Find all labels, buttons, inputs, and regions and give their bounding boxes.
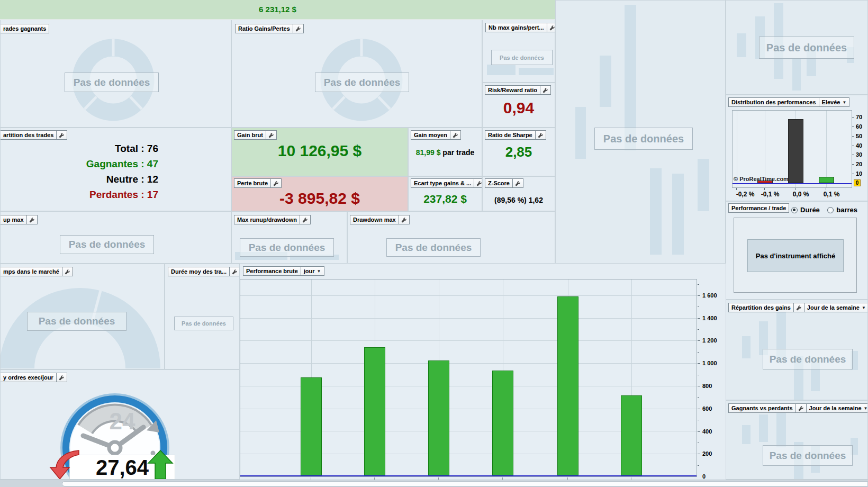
y-tick-label: 50 bbox=[856, 133, 862, 139]
wrench-icon[interactable] bbox=[26, 215, 37, 224]
wrench-icon[interactable] bbox=[399, 215, 409, 224]
wrench-icon[interactable] bbox=[535, 131, 546, 139]
panel-performance-brute: Performance brute jour ▼ 02004006008001 … bbox=[240, 264, 726, 480]
y-tick-label: 1 000 bbox=[702, 360, 717, 366]
wrench-icon[interactable] bbox=[270, 179, 281, 187]
y-tick-label: 400 bbox=[702, 428, 712, 435]
panel-title: Drawdown max bbox=[350, 215, 399, 224]
wrench-icon[interactable] bbox=[62, 267, 73, 276]
x-tick bbox=[764, 188, 765, 190]
wrench-icon[interactable] bbox=[795, 404, 806, 412]
placeholder-bar bbox=[742, 425, 751, 444]
wrench-icon[interactable] bbox=[56, 131, 67, 139]
panel-performance-trade: Performance / trade Durée barres Pas d'i… bbox=[726, 201, 868, 300]
panel-ecart-type: Ecart type gains & ... 237,82 $ bbox=[408, 176, 482, 211]
z-score-value: (89,56 %) 1,62 bbox=[483, 196, 555, 204]
radio-barres-icon[interactable] bbox=[827, 207, 834, 213]
wrench-icon[interactable] bbox=[229, 267, 240, 276]
placeholder-bar bbox=[742, 336, 751, 358]
wrench-icon[interactable] bbox=[547, 23, 555, 32]
no-instrument-label: Pas d'instrument affiché bbox=[756, 252, 835, 260]
y-tick bbox=[698, 465, 699, 466]
panel-title: Distribution des performances bbox=[729, 98, 819, 106]
perte-brute-value: -3 895,82 $ bbox=[232, 190, 408, 208]
y-tick bbox=[698, 420, 699, 420]
panel-title: Performance / trade bbox=[729, 204, 789, 212]
gain-brut-value: 10 126,95 $ bbox=[232, 142, 408, 160]
panel-title: Nb max gains/pert... bbox=[486, 23, 547, 32]
y-tick bbox=[698, 431, 700, 432]
trades-neutre: Neutre : 12 bbox=[1, 172, 231, 187]
wrench-icon[interactable] bbox=[474, 179, 482, 187]
perf-bar bbox=[364, 347, 385, 475]
y-tick-label: 20 bbox=[856, 161, 862, 167]
y-tick bbox=[698, 409, 700, 409]
radio-duree[interactable]: Durée bbox=[791, 205, 822, 214]
panel-title: Performance brute bbox=[243, 267, 301, 275]
gridline bbox=[826, 111, 827, 187]
performance-brute-plot bbox=[240, 279, 697, 477]
y-tick-label: 60 bbox=[856, 123, 862, 130]
panel-title: rades gagnants bbox=[1, 24, 49, 33]
horizontal-scrollbar[interactable] bbox=[0, 480, 868, 487]
y-tick bbox=[698, 329, 699, 330]
trades-gagnantes: Gagnantes : 47 bbox=[1, 156, 231, 172]
wrench-icon[interactable] bbox=[300, 215, 310, 224]
repartition-gains-filter-dropdown[interactable]: Jour de la semaine ▼ bbox=[804, 303, 868, 312]
x-tick bbox=[826, 188, 826, 190]
panel-ordres-jour: y ordres exec/jour 24 27,64 bbox=[0, 369, 240, 480]
wrench-icon[interactable] bbox=[450, 131, 460, 139]
x-tick bbox=[736, 188, 737, 190]
no-data-label: Pas de données bbox=[386, 238, 481, 257]
panel-gain-moyen: Gain moyen 81,99 $ par trade bbox=[408, 128, 482, 176]
wrench-icon[interactable] bbox=[540, 86, 550, 94]
gagnants-perdants-filter-dropdown[interactable]: Jour de la semaine ▼ bbox=[806, 404, 868, 412]
scrollbar-thumb[interactable] bbox=[62, 481, 868, 486]
trading-dashboard: 6 231,12 $ rades gagnants Pas de données… bbox=[0, 0, 868, 487]
gridline bbox=[240, 318, 697, 319]
zero-label: 0 bbox=[854, 179, 861, 186]
y-tick-label: 70 bbox=[856, 114, 862, 120]
placeholder-bar bbox=[792, 59, 801, 91]
no-data-label: Pas de données bbox=[491, 50, 553, 65]
gridline bbox=[240, 363, 697, 364]
y-tick-label: 600 bbox=[702, 405, 712, 412]
perf-bar bbox=[621, 395, 642, 475]
panel-drawdown-max: Drawdown max Pas de données bbox=[347, 211, 555, 264]
wrench-icon[interactable] bbox=[266, 131, 276, 139]
placeholder-bar bbox=[759, 414, 768, 442]
perf-bar bbox=[557, 296, 578, 475]
x-tick-label: 0,0 % bbox=[785, 191, 817, 198]
panel-middle-placeholder: Pas de données bbox=[555, 0, 726, 264]
no-data-label: Pas de données bbox=[60, 235, 154, 254]
placeholder-bar bbox=[698, 159, 709, 211]
wrench-icon[interactable] bbox=[56, 373, 67, 382]
period-dropdown[interactable]: jour ▼ bbox=[301, 267, 324, 275]
radio-duree-icon[interactable] bbox=[791, 207, 798, 213]
y-tick bbox=[698, 284, 699, 285]
wrench-icon[interactable] bbox=[793, 303, 804, 312]
panel-nb-max-gains-pertes: Nb max gains/pert... Pas de données bbox=[482, 20, 555, 83]
y-tick bbox=[698, 340, 700, 341]
no-data-label: Pas de données bbox=[763, 445, 853, 466]
placeholder-bar bbox=[672, 174, 684, 255]
panel-risk-reward: Risk/Reward ratio 0,94 bbox=[482, 83, 555, 128]
distribution-filter-dropdown[interactable]: Elevée ▼ bbox=[819, 98, 849, 106]
panel-title: mps dans le marché bbox=[1, 267, 62, 276]
panel-title: Gain brut bbox=[234, 131, 266, 139]
radio-barres[interactable]: barres bbox=[827, 205, 857, 214]
panel-runup-max: up max Pas de données bbox=[0, 211, 231, 264]
wrench-icon[interactable] bbox=[293, 24, 303, 33]
x-tick-label: -0,2 % bbox=[729, 191, 761, 198]
wrench-icon[interactable] bbox=[512, 179, 523, 187]
y-tick bbox=[698, 306, 699, 307]
ordres-jour-value: 27,64 bbox=[96, 456, 149, 479]
y-tick bbox=[698, 386, 700, 386]
panel-max-runup-drawdown: Max runup/drawdown Pas de données bbox=[231, 211, 347, 264]
total-gain-value: 6 231,12 $ bbox=[259, 5, 296, 14]
y-tick-label: 1 200 bbox=[702, 337, 717, 344]
y-tick-label: 10 bbox=[856, 170, 862, 177]
y-tick bbox=[852, 117, 854, 118]
y-tick bbox=[698, 443, 699, 443]
y-tick-label: 1 600 bbox=[702, 292, 717, 299]
